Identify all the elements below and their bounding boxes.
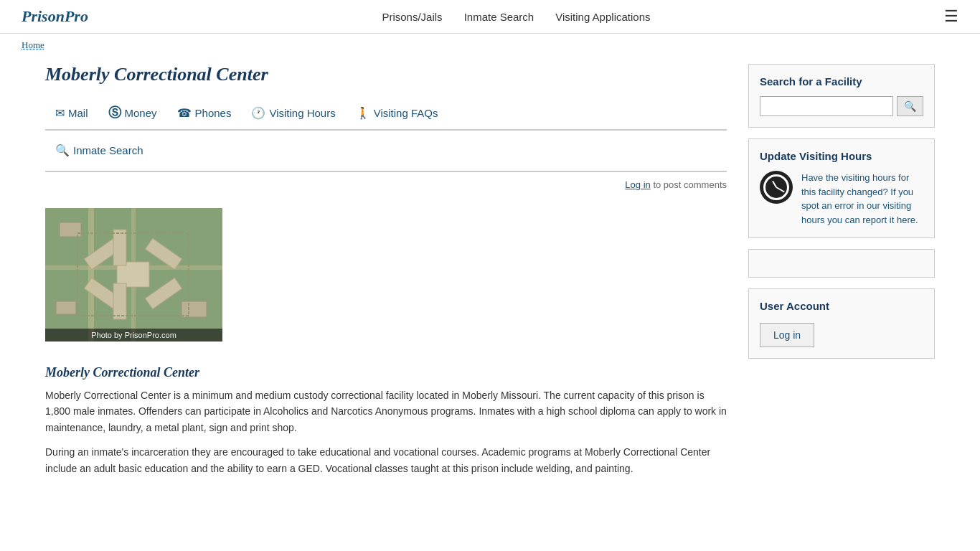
- nav-inmate-search[interactable]: Inmate Search: [464, 11, 534, 23]
- inmate-search-tab-label: Inmate Search: [73, 144, 143, 156]
- tab-mail[interactable]: ✉ Mail: [45, 98, 98, 129]
- hamburger-menu-icon[interactable]: ☰: [944, 7, 958, 26]
- facility-search-input[interactable]: [760, 96, 893, 116]
- sidebar-empty-box: [748, 249, 935, 278]
- tab-mail-label: Mail: [68, 107, 88, 119]
- update-visiting-title: Update Visiting Hours: [760, 150, 923, 162]
- content-wrapper: Moberly Correctional Center ✉ Mail Ⓢ Mon…: [24, 57, 956, 492]
- visiting-faqs-icon: 🚶: [356, 106, 370, 120]
- tab-navigation: ✉ Mail Ⓢ Money ☎ Phones 🕐 Visiting Hours…: [45, 98, 727, 131]
- clock-minute-hand: [776, 187, 785, 192]
- search-tab-icon: 🔍: [55, 143, 70, 157]
- facility-image: Photo by PrisonPro.com: [45, 208, 222, 342]
- header: PrisonPro Prisons/Jails Inmate Search Vi…: [0, 0, 980, 34]
- login-link-inline[interactable]: Log in: [625, 179, 650, 190]
- nav-visiting-applications[interactable]: Visiting Applications: [555, 11, 650, 23]
- svg-rect-2: [88, 208, 94, 342]
- update-visiting-box: Update Visiting Hours Have the visiting …: [748, 138, 935, 238]
- tab-inmate-search[interactable]: 🔍 Inmate Search: [45, 138, 727, 165]
- tab-visiting-faqs-label: Visiting FAQs: [374, 107, 438, 119]
- update-visiting-content: Have the visiting hours for this facilit…: [760, 171, 923, 227]
- search-facility-box: Search for a Facility 🔍: [748, 64, 935, 128]
- tab-money[interactable]: Ⓢ Money: [98, 98, 167, 129]
- mail-icon: ✉: [55, 106, 65, 120]
- search-input-row: 🔍: [760, 96, 923, 116]
- svg-rect-11: [113, 283, 126, 319]
- clock-tab-icon: 🕐: [251, 106, 265, 120]
- nav-prisons-jails[interactable]: Prisons/Jails: [382, 11, 442, 23]
- tab-money-label: Money: [125, 107, 157, 119]
- site-logo[interactable]: PrisonPro: [22, 7, 88, 26]
- description: Moberly Correctional Center is a minimum…: [45, 387, 727, 476]
- tab-visiting-faqs[interactable]: 🚶 Visiting FAQs: [346, 98, 448, 129]
- main-nav: Prisons/Jails Inmate Search Visiting App…: [382, 11, 650, 23]
- facility-image-wrapper: Photo by PrisonPro.com: [45, 208, 222, 342]
- tab-phones-label: Phones: [195, 107, 232, 119]
- svg-rect-14: [56, 301, 76, 314]
- update-visiting-text: Have the visiting hours for this facilit…: [801, 171, 923, 227]
- breadcrumb: Home: [0, 34, 980, 57]
- tab-phones[interactable]: ☎ Phones: [167, 98, 242, 129]
- facility-aerial-svg: [45, 208, 222, 342]
- description-p1: Moberly Correctional Center is a minimum…: [45, 387, 727, 435]
- search-facility-title: Search for a Facility: [760, 75, 923, 88]
- user-account-title: User Account: [760, 300, 923, 312]
- login-suffix: to post comments: [653, 179, 727, 190]
- clock-face: [763, 174, 789, 200]
- page-title: Moberly Correctional Center: [45, 64, 727, 85]
- facility-search-button[interactable]: 🔍: [897, 96, 923, 116]
- breadcrumb-home[interactable]: Home: [22, 39, 44, 50]
- clock-icon: [760, 171, 793, 204]
- tab-visiting-hours-label: Visiting Hours: [269, 107, 335, 119]
- svg-rect-10: [113, 230, 126, 265]
- update-visiting-link[interactable]: Have the visiting hours for this facilit…: [801, 172, 918, 225]
- sidebar: Search for a Facility 🔍 Update Visiting …: [748, 64, 935, 485]
- photo-credit: Photo by PrisonPro.com: [45, 329, 222, 342]
- description-p2: During an inmate's incarceration they ar…: [45, 444, 727, 476]
- sidebar-login-button[interactable]: Log in: [760, 323, 814, 347]
- phone-icon: ☎: [177, 106, 192, 120]
- facility-subtitle: Moberly Correctional Center: [45, 365, 727, 380]
- main-content: Moberly Correctional Center ✉ Mail Ⓢ Mon…: [45, 64, 727, 485]
- money-icon: Ⓢ: [108, 104, 121, 121]
- login-line: Log in to post comments: [45, 179, 727, 190]
- tab-visiting-hours[interactable]: 🕐 Visiting Hours: [241, 98, 345, 129]
- svg-rect-13: [182, 301, 207, 317]
- user-account-box: User Account Log in: [748, 288, 935, 359]
